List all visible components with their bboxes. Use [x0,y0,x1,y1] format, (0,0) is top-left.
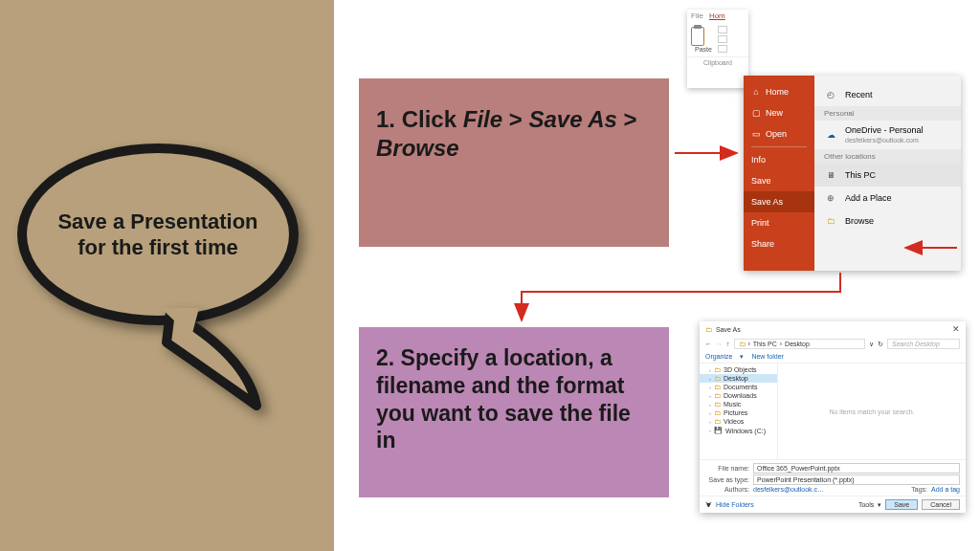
organize-menu[interactable]: Organize [705,353,732,361]
crumb-icon: 🗀 [739,341,746,347]
new-icon: ▢ [751,108,761,118]
backstage-locations: ◴Recent Personal ☁OneDrive - Personaldes… [814,76,961,271]
crumb-this-pc: This PC [753,341,777,347]
no-items-text: No items match your search. [829,408,914,415]
format-painter-icon[interactable] [718,45,727,53]
step-2-text: 2. Specify a location, a filename and th… [376,344,652,454]
nav-share-label: Share [751,239,774,249]
loc-onedrive[interactable]: ☁OneDrive - Personaldesfelkers@outlook.c… [814,121,961,149]
forward-icon[interactable]: → [716,341,723,347]
nav-print[interactable]: Print [744,212,814,233]
step-2-box: 2. Specify a location, a filename and th… [359,327,669,497]
file-list: No items match your search. [778,364,966,459]
tags-label: Tags: [883,486,927,493]
bubble-shape: Save a Presentation for the first time [17,143,299,325]
s1-c: Browse [376,135,459,161]
nav-open[interactable]: ▭Open [744,123,814,144]
tree-documents[interactable]: ›🗀Documents [700,383,777,391]
speech-bubble: Save a Presentation for the first time [17,143,314,325]
nav-share[interactable]: Share [744,233,814,254]
nav-open-label: Open [766,129,787,139]
tab-file[interactable]: File [691,11,703,20]
hdr-personal: Personal [814,106,961,121]
loc-browse-label: Browse [845,216,874,226]
ribbon-snippet: File Hom Paste Clipboard [687,10,748,88]
backstage-nav: ⌂Home ▢New ▭Open Info Save Save As Print… [744,76,814,271]
file-name-field[interactable]: Office 365_PowerPoint.pptx [753,463,960,474]
cancel-button[interactable]: Cancel [922,499,960,510]
add-place-icon: ⊕ [824,191,837,205]
nav-new-label: New [766,108,783,118]
loc-this-pc[interactable]: 🖥This PC [814,164,961,187]
nav-info[interactable]: Info [744,149,814,170]
s1-b: Save As [528,106,617,132]
recent-icon: ◴ [824,88,837,101]
nav-home[interactable]: ⌂Home [744,81,814,102]
tree-pictures[interactable]: ›🗀Pictures [700,408,777,417]
dlg-title-icon: 🗀 [705,326,712,333]
tools-menu[interactable]: Tools [858,501,874,508]
new-folder-button[interactable]: New folder [751,353,783,361]
save-type-field[interactable]: PowerPoint Presentation (*.pptx) [753,474,960,485]
tree-3d-objects[interactable]: ›🗀3D Objects [700,365,777,374]
up-icon[interactable]: ↑ [726,341,730,347]
step-1-text: 1. Click File > Save As > Browse [376,105,652,163]
save-type-label: Save as type: [705,476,749,483]
search-input[interactable]: Search Desktop [887,339,960,349]
loc-browse[interactable]: 🗀Browse [814,209,961,232]
paste-label: Paste [691,46,716,53]
step-1-box: 1. Click File > Save As > Browse [359,78,669,247]
nav-print-label: Print [751,218,769,228]
copy-icon[interactable] [718,35,727,43]
crumb-desktop: Desktop [785,341,810,347]
bubble-text: Save a Presentation for the first time [27,209,289,261]
tree-windows-c[interactable]: ›💾Windows (C:) [700,426,777,435]
dlg-titlebar: 🗀 Save As ✕ [700,321,966,337]
left-panel: Save a Presentation for the first time [0,0,334,551]
authors-label: Authors: [705,486,749,493]
nav-info-label: Info [751,155,766,165]
s1-a: File [463,106,502,132]
loc-this-pc-label: This PC [845,170,876,180]
nav-new[interactable]: ▢New [744,102,814,123]
breadcrumb[interactable]: 🗀 ›This PC ›Desktop [734,339,866,349]
nav-save-as-label: Save As [751,197,783,207]
loc-add-place[interactable]: ⊕Add a Place [814,187,961,209]
backstage-panel: ⌂Home ▢New ▭Open Info Save Save As Print… [744,76,961,271]
loc-recent[interactable]: ◴Recent [814,83,961,106]
open-icon: ▭ [751,129,761,139]
home-icon: ⌂ [751,87,761,97]
loc-recent-label: Recent [845,90,873,99]
close-icon[interactable]: ✕ [952,324,960,334]
tree-downloads[interactable]: ›🗀Downloads [700,391,777,400]
s1-sep2: > [617,106,637,132]
loc-onedrive-sub: desfelkers@outlook.com [845,137,919,143]
nav-home-label: Home [766,87,789,97]
nav-save-label: Save [751,176,771,186]
nav-save-as[interactable]: Save As [744,191,814,212]
cut-icon[interactable] [718,26,727,33]
authors-field[interactable]: desfelkers@outlook.c… [753,486,824,493]
loc-onedrive-label: OneDrive - Personal [845,125,924,135]
loc-add-place-label: Add a Place [845,193,892,203]
nav-save[interactable]: Save [744,170,814,191]
clipboard-group-label: Clipboard [687,56,748,66]
browse-icon: 🗀 [824,214,837,228]
folder-tree[interactable]: ›🗀3D Objects ›🗀Desktop ›🗀Documents ›🗀Dow… [700,364,778,459]
onedrive-icon: ☁ [824,128,837,142]
s1-prefix: 1. Click [376,106,463,132]
tree-desktop[interactable]: ›🗀Desktop [700,374,777,383]
save-as-dialog: 🗀 Save As ✕ ← → ↑ 🗀 ›This PC ›Desktop ∨ … [700,321,966,513]
save-button[interactable]: Save [885,499,918,510]
tags-field[interactable]: Add a tag [931,486,960,493]
paste-icon[interactable] [691,27,704,46]
back-icon[interactable]: ← [705,341,712,347]
file-name-label: File name: [705,465,749,472]
tab-home[interactable]: Hom [709,11,725,20]
dlg-title-text: Save As [716,326,741,333]
hide-folders-link[interactable]: Hide Folders [716,501,754,508]
tree-videos[interactable]: ›🗀Videos [700,417,777,426]
tree-music[interactable]: ›🗀Music [700,400,777,408]
this-pc-icon: 🖥 [824,168,837,182]
s1-sep1: > [502,106,528,132]
